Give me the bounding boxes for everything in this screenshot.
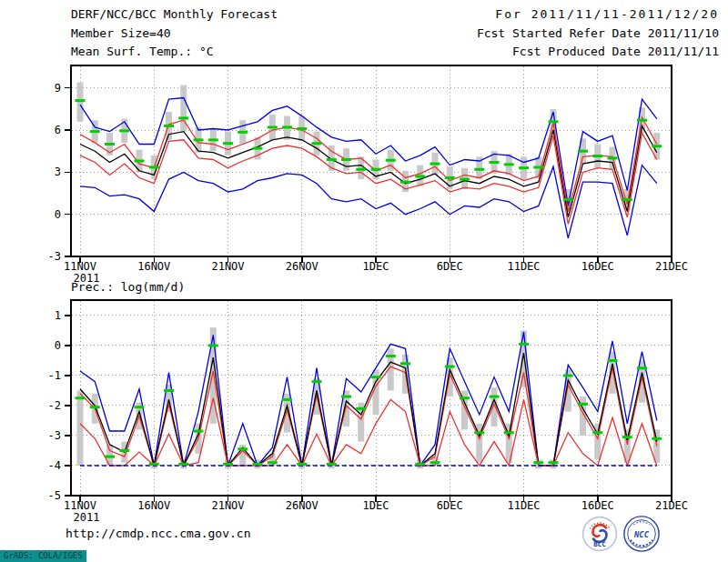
precip-x-tick-label: 6DEC — [437, 499, 463, 512]
fcst-start-date-label: Fcst Started Refer Date 2011/11/10 — [477, 25, 719, 43]
temp-x-tick-label: 6DEC — [437, 260, 463, 273]
precip-x-tick-label: 21NOV — [211, 499, 244, 512]
temp-y-tick-label: 9 — [55, 82, 61, 95]
temp-x-tick-label: 11DEC — [507, 260, 540, 273]
precip-y-tick-label: 0 — [55, 339, 61, 352]
precip-y-tick-label: -3 — [48, 429, 61, 442]
precip-x-tick-label: 21DEC — [655, 499, 688, 512]
temp-chart: 9630-311NOV201116NOV21NOV26NOV1DEC6DEC11… — [48, 65, 689, 285]
temp-x-tick-label: 16NOV — [137, 260, 170, 273]
precip-y-tick-label: -5 — [48, 489, 61, 502]
precip-chart: 10-1-2-3-4-511NOV201116NOV21NOV26NOV1DEC… — [48, 300, 689, 524]
temp-y-tick-label: 0 — [55, 208, 61, 221]
temp-axes: 9630-311NOV201116NOV21NOV26NOV1DEC6DEC11… — [48, 82, 689, 285]
page-title: DERF/NCC/BCC Monthly Forecast — [71, 5, 278, 24]
precip-x-tick-label: 16DEC — [581, 499, 614, 512]
precip-x-year-label: 2011 — [74, 511, 100, 524]
precip-x-tick-label: 26NOV — [286, 499, 318, 512]
precip-chart-title: Prec.: log(mm/d) — [71, 280, 185, 294]
precip-y-tick-label: -4 — [48, 459, 61, 472]
footer-url: http://cmdp.ncc.cma.gov.cn — [66, 527, 251, 540]
precip-x-tick-label: 11DEC — [507, 499, 540, 512]
temp-x-tick-label: 21NOV — [211, 260, 244, 273]
forecast-range-label: For 2011/11/11-2011/12/20 — [495, 5, 719, 24]
temp-y-tick-label: 3 — [55, 166, 61, 178]
precip-y-tick-label: -1 — [48, 369, 61, 382]
grads-credit: GrADS: COLA/IGES — [0, 550, 86, 562]
ncc-logo-label: NCC — [633, 530, 650, 539]
temp-chart-title: Mean Surf. Temp.: °C — [71, 43, 214, 61]
temp-x-tick-label: 26NOV — [286, 260, 318, 273]
bcc-logo-label: BCC — [593, 540, 606, 548]
page-root: 9630-311NOV201116NOV21NOV26NOV1DEC6DEC11… — [0, 0, 728, 562]
bcc-logo-icon: BCC — [581, 516, 618, 552]
precip-x-tick-label: 1DEC — [363, 499, 389, 512]
precip-x-tick-label: 16NOV — [137, 499, 170, 512]
temp-x-tick-label: 16DEC — [581, 260, 614, 273]
ncc-logo-icon: NCC — [622, 515, 661, 553]
precip-axes: 10-1-2-3-4-511NOV201116NOV21NOV26NOV1DEC… — [48, 309, 689, 524]
precip-y-tick-label: -2 — [48, 399, 61, 412]
temp-x-tick-label: 21DEC — [655, 260, 688, 273]
precip-y-tick-label: 1 — [55, 309, 61, 322]
temp-x-tick-label: 1DEC — [363, 260, 389, 273]
temp-x-tick-label: 11NOV — [64, 260, 96, 273]
temp-y-tick-label: 6 — [55, 124, 61, 136]
fcst-produced-date-label: Fcst Produced Date 2011/11/11 — [512, 43, 719, 61]
temp-y-tick-label: -3 — [48, 250, 61, 263]
member-size-label: Member Size=40 — [71, 25, 171, 43]
precip-x-tick-label: 11NOV — [64, 499, 96, 512]
